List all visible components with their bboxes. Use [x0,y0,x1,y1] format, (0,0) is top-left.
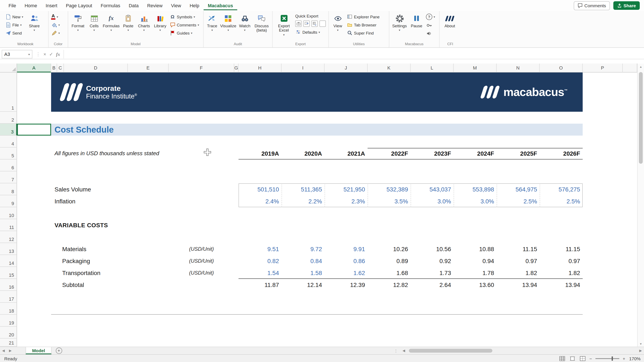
comments-button[interactable]: Comments [574,1,610,10]
sheet-nav-right-button[interactable]: ▶ [7,349,14,353]
explorer-pane-button[interactable]: Explorer Pane [346,13,380,20]
page-break-view-button[interactable] [579,355,586,361]
transportation-cell[interactable]: 1.58 [282,267,324,279]
subtotal-cell[interactable]: 12.39 [324,279,368,291]
sales-volume-label-cell[interactable]: Sales Volume [54,183,91,195]
row-header[interactable]: 4 [0,136,17,147]
inflation-cell[interactable]: 3.5% [368,195,410,207]
share-button[interactable]: Share [613,1,640,10]
scroll-up-button[interactable]: ▲ [638,64,644,70]
zoom-in-button[interactable]: + [623,356,625,361]
row-header[interactable]: 7 [0,171,17,183]
year-header-cell[interactable]: 2025F [497,147,540,159]
export-blank-button[interactable] [320,21,326,27]
zoom-slider-thumb[interactable] [612,356,613,360]
paste-button[interactable]: Paste ▾ [121,12,136,32]
variable-costs-heading-cell[interactable]: VARIABLE COSTS [54,219,108,231]
menu-tab-help[interactable]: Help [185,1,204,11]
column-header-F[interactable]: F [169,64,234,73]
column-header-C[interactable]: C [57,64,64,73]
packaging-cell[interactable]: 0.92 [410,255,454,267]
sales-volume-cell[interactable]: 511,365 [282,183,324,195]
inflation-cell[interactable]: 2.5% [497,195,540,207]
year-header-cell[interactable]: 2026F [540,147,583,159]
font-color-button[interactable]: A ▾ [50,13,61,20]
materials-cell[interactable]: 10.56 [410,243,454,255]
zoom-out-button[interactable]: − [589,356,592,361]
packaging-cell[interactable]: 0.97 [540,255,583,267]
inflation-label-cell[interactable]: Inflation [54,195,76,207]
row-header[interactable]: 18 [0,303,17,315]
packaging-cell[interactable]: 0.94 [454,255,497,267]
row-header[interactable]: 21 [0,338,17,347]
export-table-button[interactable] [311,21,318,27]
send-button[interactable]: Send [4,30,24,36]
row-header[interactable]: 13 [0,243,17,255]
cancel-button[interactable]: × [44,52,46,57]
sales-volume-cell[interactable]: 564,975 [497,183,540,195]
sales-volume-cell[interactable]: 576,275 [540,183,583,195]
materials-cell[interactable]: 9.51 [238,243,282,255]
column-header-P[interactable]: P [583,64,623,73]
file-button[interactable]: File ▾ [4,21,24,28]
column-header-N[interactable]: N [497,64,540,73]
transportation-label-cell[interactable]: Transportation [62,267,100,279]
sounds-button[interactable] [425,30,436,37]
new-sheet-button[interactable]: + [56,347,62,354]
cfi-banner[interactable]: Corporate Finance Institute® macabacus™ [51,73,583,112]
view-button[interactable]: View ▾ [330,12,345,32]
comments-ribbon-button[interactable]: Comments ▾ [169,21,200,28]
help-button[interactable]: ? ▾ [425,13,436,21]
row-header[interactable]: 2 [0,112,17,124]
column-header-D[interactable]: D [64,64,128,73]
row-header[interactable]: 12 [0,231,17,243]
formula-input[interactable] [64,50,644,58]
menu-tab-formulas[interactable]: Formulas [96,1,124,11]
license-key-button[interactable] [425,22,436,29]
menu-tab-insert[interactable]: Insert [41,1,62,11]
enter-button[interactable]: ✓ [49,51,53,57]
export-excel-button[interactable]: Export Excel ▾ [274,12,294,36]
materials-label-cell[interactable]: Materials [62,243,86,255]
sheet-tab-model[interactable]: Model [26,347,52,354]
transportation-cell[interactable]: 1.78 [454,267,497,279]
scroll-left-button[interactable]: ◀ [400,349,407,353]
materials-cell[interactable]: 9.72 [282,243,324,255]
row-header[interactable]: 8 [0,183,17,195]
format-button[interactable]: Format ▾ [70,12,86,32]
sheet-nav-left-button[interactable]: ◀ [0,349,7,353]
packaging-cell[interactable]: 0.86 [324,255,368,267]
column-header-L[interactable]: L [410,64,454,73]
transportation-cell[interactable]: 1.82 [540,267,583,279]
trace-button[interactable]: Trace ▾ [205,12,219,32]
symbols-button[interactable]: Ω Symbols ▾ [169,13,200,20]
packaging-unit-cell[interactable]: (USD/Unit) [169,255,234,267]
column-header-E[interactable]: E [128,64,169,73]
discuss-button[interactable]: Discuss (beta) [253,12,270,33]
row-header[interactable]: 3 [0,124,17,136]
transportation-cell[interactable]: 1.82 [497,267,540,279]
column-header-A[interactable]: A [17,64,51,73]
share-workbook-button[interactable]: Share ▾ [25,12,44,32]
year-header-cell[interactable]: 2022F [368,147,410,159]
row-header[interactable]: 5 [0,147,17,159]
transportation-cell[interactable]: 1.68 [368,267,410,279]
new-button[interactable]: New ▾ [4,13,24,20]
subtotal-label-cell[interactable]: Subtotal [62,279,84,291]
materials-cell[interactable]: 11.15 [497,243,540,255]
insert-function-button[interactable]: fx [56,52,60,57]
inflation-cell[interactable]: 3.0% [410,195,454,207]
column-header-H[interactable]: H [238,64,282,73]
units-note-cell[interactable]: All figures in USD thousands unless stat… [54,147,159,159]
zoom-level[interactable]: 170% [629,356,640,361]
row-header[interactable]: 9 [0,195,17,207]
formulas-button[interactable]: fx Formulas ▾ [102,12,120,32]
menu-tab-data[interactable]: Data [124,1,143,11]
about-button[interactable]: About [441,12,458,28]
packaging-cell[interactable]: 0.97 [497,255,540,267]
row-header[interactable]: 16 [0,279,17,291]
select-all-corner[interactable] [0,64,17,73]
page-layout-view-button[interactable] [569,355,576,361]
year-header-cell[interactable]: 2024F [454,147,497,159]
year-header-cell[interactable]: 2021A [324,147,368,159]
